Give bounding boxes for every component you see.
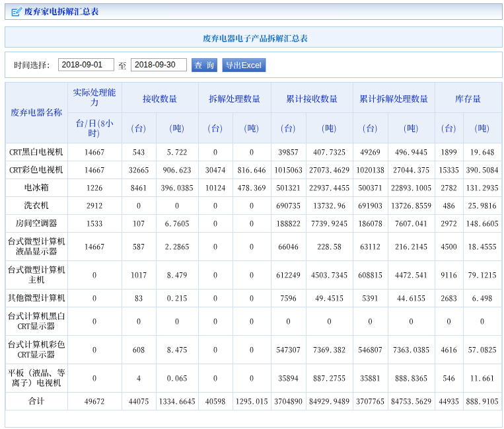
svg-text:Excel: Excel <box>241 61 261 70</box>
svg-text:2018-09-01: 2018-09-01 <box>62 60 103 69</box>
svg-text:2018-09-30: 2018-09-30 <box>135 60 176 69</box>
